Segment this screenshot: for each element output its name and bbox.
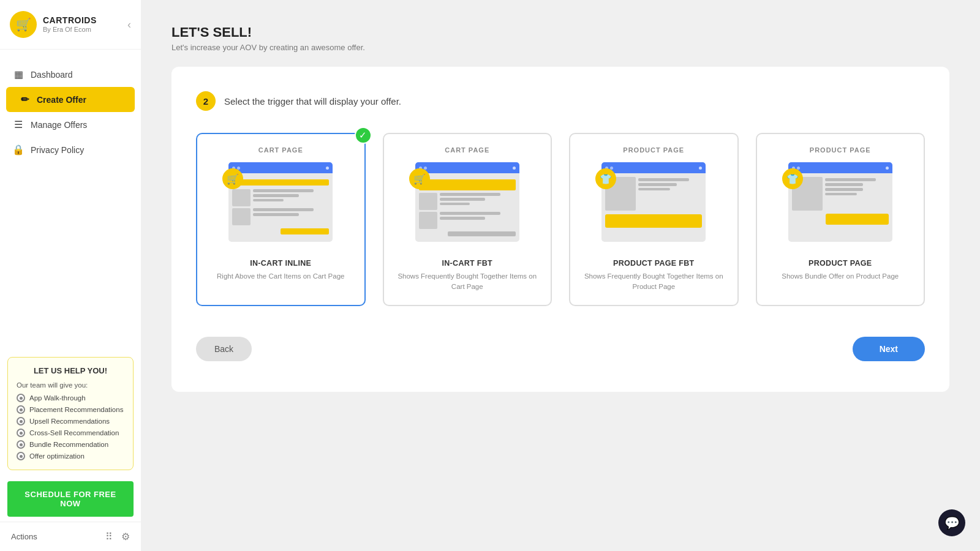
help-subtitle: Our team will give you: xyxy=(17,381,124,389)
manage-offers-icon: ☰ xyxy=(12,119,24,130)
mock-browser-1 xyxy=(228,162,333,242)
back-button[interactable]: Back xyxy=(196,337,252,361)
trigger-name-1: IN-CART INLINE xyxy=(250,259,311,268)
trigger-name-4: PRODUCT PAGE xyxy=(809,259,872,268)
grid-icon[interactable]: ⠿ xyxy=(105,531,113,542)
privacy-policy-label: Privacy Policy xyxy=(31,145,84,155)
trigger-page-label-2: CART PAGE xyxy=(445,146,489,154)
mock-browser-4 xyxy=(788,162,892,242)
main-content: LET'S SELL! Let's increase your AOV by c… xyxy=(141,0,980,551)
cart-icon-2: 🛒 xyxy=(409,168,430,189)
schedule-button[interactable]: SCHEDULE FOR FREE NOW xyxy=(7,481,134,517)
mock-browser-2 xyxy=(415,162,519,242)
trigger-card-in-cart-fbt[interactable]: CART PAGE 🛒 xyxy=(383,133,552,306)
gear-icon[interactable]: ⚙ xyxy=(121,531,130,542)
help-dot-3 xyxy=(17,417,25,425)
create-offer-label: Create Offer xyxy=(37,95,86,105)
trigger-card-in-cart-inline[interactable]: ✓ CART PAGE 🛒 xyxy=(196,133,366,306)
help-item-3: Upsell Recommendations xyxy=(17,417,124,425)
help-dot-5 xyxy=(17,440,25,449)
help-item-2: Placement Recommendations xyxy=(17,405,124,414)
trigger-card-product-page-fbt[interactable]: PRODUCT PAGE 👕 xyxy=(569,133,739,306)
help-dot-2 xyxy=(17,405,25,414)
brand-name: CARTROIDS xyxy=(43,15,97,26)
chat-bubble[interactable]: 💬 xyxy=(938,509,965,536)
brand-logo: 🛒 xyxy=(10,11,37,38)
page-subtitle: Let's increase your AOV by creating an a… xyxy=(172,43,949,52)
sidebar-bottom: Actions ⠿ ⚙ xyxy=(0,522,141,551)
trigger-card-product-page[interactable]: PRODUCT PAGE 👕 xyxy=(756,133,925,306)
help-item-label-3: Upsell Recommendations xyxy=(29,418,110,425)
step-label: Select the trigger that will display you… xyxy=(224,96,401,107)
product-icon-2: 👕 xyxy=(782,168,803,189)
trigger-grid: ✓ CART PAGE 🛒 xyxy=(196,133,925,306)
bottom-icons: ⠿ ⚙ xyxy=(105,531,130,542)
trigger-name-3: PRODUCT PAGE FBT xyxy=(613,259,694,268)
create-offer-icon: ✏ xyxy=(18,94,31,105)
step-header: 2 Select the trigger that will display y… xyxy=(196,91,925,111)
privacy-policy-icon: 🔒 xyxy=(12,144,24,156)
trigger-desc-3: Shows Frequently Bought Together Items o… xyxy=(582,271,725,293)
help-item-label-6: Offer optimization xyxy=(29,452,85,460)
dashboard-label: Dashboard xyxy=(31,70,73,80)
help-dot-6 xyxy=(17,452,25,460)
help-box: LET US HELP YOU! Our team will give you:… xyxy=(7,357,134,470)
help-item-label-2: Placement Recommendations xyxy=(29,406,123,413)
help-item-label-1: App Walk-through xyxy=(29,394,86,402)
brand-info: CARTROIDS By Era Of Ecom xyxy=(43,15,97,34)
cart-icon-1: 🛒 xyxy=(222,168,243,189)
sidebar-item-manage-offers[interactable]: ☰ Manage Offers xyxy=(0,112,141,137)
trigger-page-label-1: CART PAGE xyxy=(258,146,303,154)
selected-checkmark: ✓ xyxy=(355,127,372,144)
mock-browser-3 xyxy=(601,162,706,242)
dashboard-icon: ▦ xyxy=(12,69,24,80)
trigger-page-label-4: PRODUCT PAGE xyxy=(810,146,871,154)
help-title: LET US HELP YOU! xyxy=(17,366,124,375)
manage-offers-label: Manage Offers xyxy=(31,120,87,130)
help-item-1: App Walk-through xyxy=(17,394,124,402)
sidebar: 🛒 CARTROIDS By Era Of Ecom ‹ ▦ Dashboard… xyxy=(0,0,141,551)
trigger-name-2: IN-CART FBT xyxy=(442,259,492,268)
sidebar-item-dashboard[interactable]: ▦ Dashboard xyxy=(0,62,141,87)
sidebar-header: 🛒 CARTROIDS By Era Of Ecom ‹ xyxy=(0,0,141,50)
help-item-4: Cross-Sell Recommendation xyxy=(17,429,124,437)
actions-label: Actions xyxy=(11,532,37,541)
trigger-desc-4: Shows Bundle Offer on Product Page xyxy=(782,271,899,282)
content-card: 2 Select the trigger that will display y… xyxy=(172,67,949,392)
action-row: Back Next xyxy=(196,337,925,361)
sidebar-item-privacy-policy[interactable]: 🔒 Privacy Policy xyxy=(0,137,141,162)
trigger-page-label-3: PRODUCT PAGE xyxy=(623,146,684,154)
trigger-desc-2: Shows Frequently Bought Together Items o… xyxy=(396,271,539,293)
help-dot-4 xyxy=(17,429,25,437)
trigger-desc-1: Right Above the Cart Items on Cart Page xyxy=(217,271,344,282)
page-title: LET'S SELL! xyxy=(172,24,949,40)
step-badge: 2 xyxy=(196,91,216,111)
sidebar-collapse-icon[interactable]: ‹ xyxy=(127,18,131,31)
help-dot-1 xyxy=(17,394,25,402)
help-item-label-5: Bundle Recommendation xyxy=(29,441,108,448)
sidebar-nav: ▦ Dashboard ✏ Create Offer ☰ Manage Offe… xyxy=(0,50,141,351)
help-item-6: Offer optimization xyxy=(17,452,124,460)
help-item-label-4: Cross-Sell Recommendation xyxy=(29,429,119,437)
product-icon-1: 👕 xyxy=(595,168,616,189)
sidebar-item-create-offer[interactable]: ✏ Create Offer xyxy=(6,87,135,112)
brand-sub: By Era Of Ecom xyxy=(43,26,97,34)
help-item-5: Bundle Recommendation xyxy=(17,440,124,449)
next-button[interactable]: Next xyxy=(853,337,925,361)
